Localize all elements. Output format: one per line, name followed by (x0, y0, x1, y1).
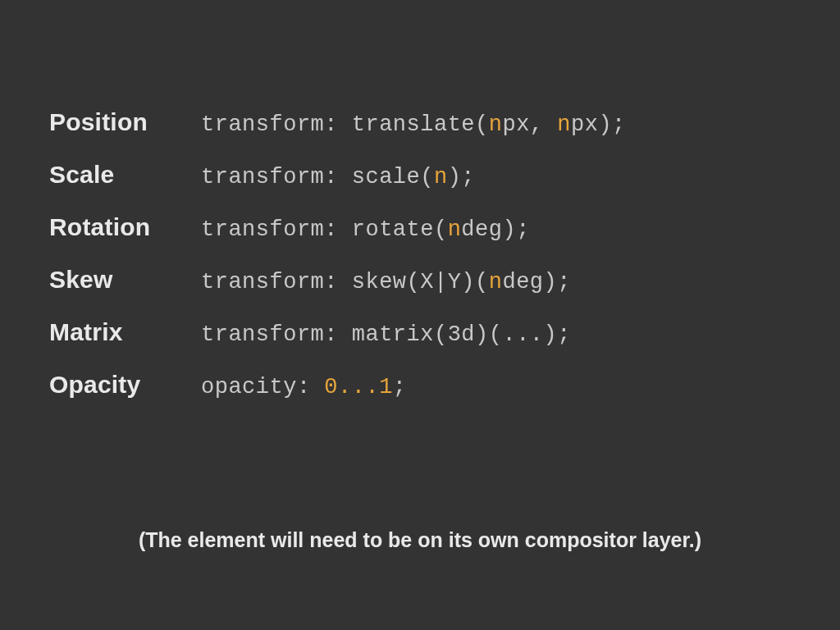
property-code: transform: matrix(3d)(...); (201, 322, 571, 347)
code-text: transform: skew(X|Y)( (201, 270, 489, 294)
code-text: transform: rotate( (201, 217, 448, 242)
property-list: Positiontransform: translate(npx, npx);S… (49, 108, 791, 399)
code-text: deg); (502, 270, 571, 294)
property-row: Matrixtransform: matrix(3d)(...); (49, 318, 791, 347)
property-row: Rotationtransform: rotate(ndeg); (49, 213, 791, 242)
code-text: px, (502, 112, 557, 137)
property-code: opacity: 0...1; (201, 375, 407, 399)
footnote-text: (The element will need to be on its own … (0, 528, 840, 552)
property-row: Opacityopacity: 0...1; (49, 371, 791, 399)
property-label: Skew (49, 266, 201, 294)
slide: Positiontransform: translate(npx, npx);S… (0, 0, 840, 630)
property-row: Skewtransform: skew(X|Y)(ndeg); (49, 266, 791, 294)
code-highlight: n (434, 165, 448, 189)
code-highlight: n (489, 112, 503, 137)
property-label: Position (49, 108, 201, 136)
property-code: transform: rotate(ndeg); (201, 217, 530, 242)
code-highlight: n (448, 217, 462, 242)
property-label: Scale (49, 161, 201, 189)
code-text: opacity: (201, 375, 324, 399)
code-text: deg); (461, 217, 530, 242)
property-code: transform: scale(n); (201, 165, 475, 189)
property-label: Rotation (49, 213, 201, 241)
property-code: transform: translate(npx, npx); (201, 112, 626, 137)
code-text: ); (448, 165, 475, 189)
code-highlight: n (557, 112, 571, 137)
property-row: Positiontransform: translate(npx, npx); (49, 108, 791, 137)
property-row: Scaletransform: scale(n); (49, 161, 791, 189)
code-text: transform: matrix(3d)(...); (201, 322, 571, 347)
code-text: ; (393, 375, 407, 399)
code-text: transform: translate( (201, 112, 489, 137)
property-label: Opacity (49, 371, 201, 399)
property-label: Matrix (49, 318, 201, 346)
code-highlight: 0...1 (324, 375, 393, 399)
code-text: transform: scale( (201, 165, 434, 189)
code-text: px); (571, 112, 626, 137)
code-highlight: n (489, 270, 503, 294)
property-code: transform: skew(X|Y)(ndeg); (201, 270, 571, 294)
